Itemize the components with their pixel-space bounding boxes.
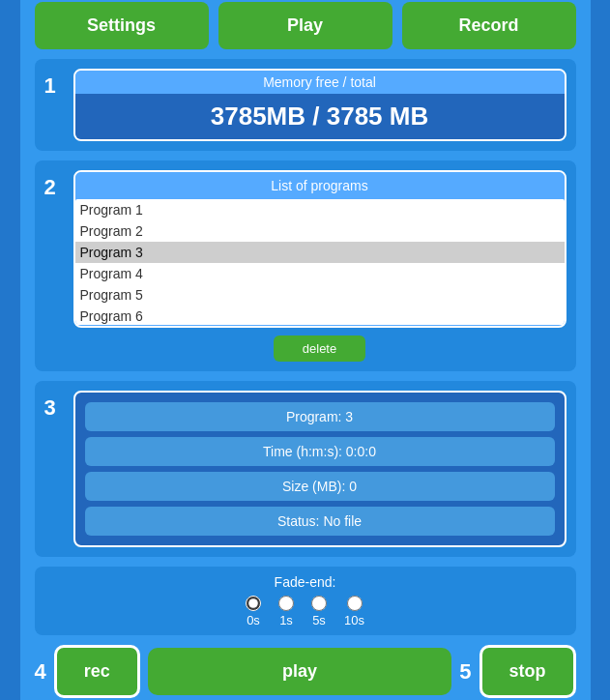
radio-10s: 10s	[344, 596, 364, 627]
radio-0s-label: 0s	[247, 613, 260, 627]
main-container: Settings Play Record 1 Memory free / tot…	[20, 0, 591, 700]
fadeend-section: Fade-end: 0s 1s 5s 10s	[35, 567, 576, 635]
memory-value: 3785MB / 3785 MB	[75, 94, 565, 139]
section5-group: 5 stop	[459, 645, 575, 698]
section3: 3 Program: 3 Time (h:m:s): 0:0:0 Size (M…	[35, 381, 576, 557]
programs-list[interactable]: Program 1Program 2Program 3Program 4Prog…	[75, 199, 565, 325]
rec-button[interactable]: rec	[54, 645, 140, 698]
section4-group: 4 rec	[35, 645, 140, 698]
section5-number: 5	[459, 659, 471, 685]
top-buttons: Settings Play Record	[35, 2, 576, 49]
play-bottom-button[interactable]: play	[148, 648, 451, 695]
section2-number: 2	[44, 170, 64, 200]
info-status: Status: No file	[85, 507, 555, 536]
radio-group: 0s 1s 5s 10s	[246, 596, 364, 627]
bottom-buttons: 4 rec play 5 stop	[35, 645, 576, 698]
radio-10s-label: 10s	[344, 613, 364, 627]
radio-1s: 1s	[278, 596, 294, 627]
section1-content: Memory free / total 3785MB / 3785 MB	[73, 69, 566, 141]
radio-1s-input[interactable]	[278, 596, 294, 611]
section2-content: List of programs Program 1Program 2Progr…	[73, 170, 566, 362]
record-button[interactable]: Record	[402, 2, 576, 49]
programs-label: List of programs	[75, 172, 565, 199]
info-program: Program: 3	[85, 402, 555, 431]
radio-5s-label: 5s	[312, 613, 326, 627]
radio-10s-input[interactable]	[347, 596, 363, 611]
section3-number: 3	[44, 391, 64, 421]
programs-box: List of programs Program 1Program 2Progr…	[73, 170, 566, 328]
radio-5s: 5s	[311, 596, 327, 627]
info-box: Program: 3 Time (h:m:s): 0:0:0 Size (MB)…	[73, 391, 566, 547]
radio-1s-label: 1s	[279, 613, 293, 627]
radio-5s-input[interactable]	[311, 596, 327, 611]
info-size: Size (MB): 0	[85, 472, 555, 501]
section1-number: 1	[44, 69, 64, 99]
play-button[interactable]: Play	[218, 2, 392, 49]
section2: 2 List of programs Program 1Program 2Pro…	[35, 160, 576, 371]
section3-content: Program: 3 Time (h:m:s): 0:0:0 Size (MB)…	[73, 391, 566, 547]
memory-box: Memory free / total 3785MB / 3785 MB	[73, 69, 566, 141]
radio-0s: 0s	[246, 596, 261, 627]
settings-button[interactable]: Settings	[35, 2, 209, 49]
info-time: Time (h:m:s): 0:0:0	[85, 437, 555, 466]
section1: 1 Memory free / total 3785MB / 3785 MB	[35, 59, 576, 151]
radio-0s-input[interactable]	[246, 596, 261, 611]
section4-number: 4	[35, 659, 46, 685]
stop-button[interactable]: stop	[479, 645, 576, 698]
memory-label: Memory free / total	[75, 71, 565, 94]
fadeend-label: Fade-end:	[275, 574, 336, 590]
delete-button[interactable]: delete	[274, 335, 365, 362]
